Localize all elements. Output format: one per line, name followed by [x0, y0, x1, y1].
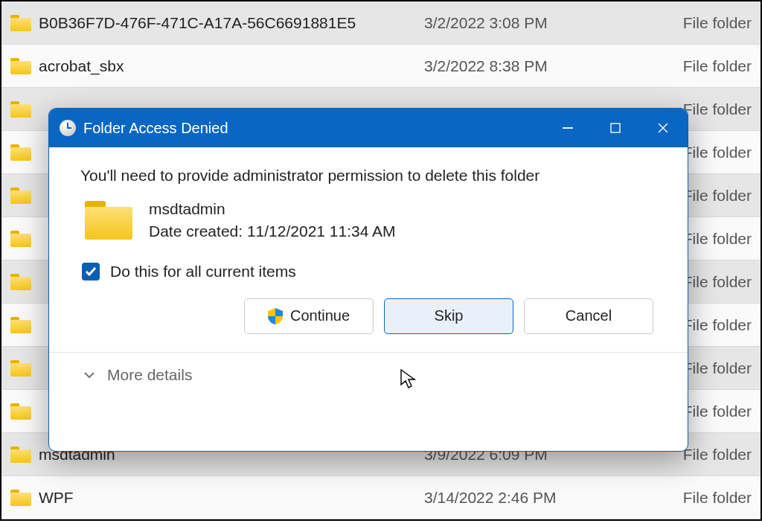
- table-row[interactable]: WPF3/14/2022 2:46 PMFile folder: [1, 476, 761, 519]
- folder-icon: [10, 446, 31, 463]
- folder-icon: [10, 144, 31, 161]
- table-row[interactable]: B0B36F7D-476F-471C-A17A-56C6691881E53/2/…: [1, 1, 761, 45]
- cancel-button[interactable]: Cancel: [524, 298, 653, 334]
- file-date: 3/2/2022 8:38 PM: [424, 57, 655, 75]
- chevron-down-icon: [83, 369, 95, 381]
- folder-icon: [10, 317, 31, 333]
- folder-icon: [10, 274, 31, 290]
- file-type: File folder: [655, 57, 752, 75]
- close-button[interactable]: [643, 109, 683, 147]
- folder-icon: [10, 15, 31, 31]
- target-item-name: msdtadmin: [149, 198, 396, 220]
- dialog-titlebar[interactable]: Folder Access Denied: [49, 109, 688, 147]
- skip-button[interactable]: Skip: [384, 298, 513, 334]
- svg-rect-1: [611, 124, 620, 132]
- more-details-toggle[interactable]: More details: [49, 353, 688, 384]
- folder-icon: [10, 403, 31, 420]
- folder-icon: [10, 231, 31, 247]
- svg-rect-0: [563, 127, 573, 129]
- folder-icon: [85, 201, 132, 240]
- clock-icon: [60, 120, 76, 136]
- maximize-button[interactable]: [595, 109, 635, 147]
- file-date: 3/14/2022 2:46 PM: [424, 489, 655, 507]
- apply-all-checkbox[interactable]: [82, 263, 100, 281]
- dialog-message: You'll need to provide administrator per…: [80, 167, 656, 185]
- folder-icon: [10, 188, 31, 204]
- folder-icon: [10, 490, 31, 506]
- dialog-title: Folder Access Denied: [83, 120, 540, 137]
- folder-icon: [10, 58, 31, 74]
- target-item: msdtadmin Date created: 11/12/2021 11:34…: [85, 198, 656, 243]
- file-name: B0B36F7D-476F-471C-A17A-56C6691881E5: [39, 14, 356, 32]
- file-name: WPF: [39, 489, 74, 507]
- continue-button[interactable]: Continue: [244, 298, 374, 334]
- uac-shield-icon: [268, 308, 283, 324]
- file-date: 3/2/2022 3:08 PM: [424, 14, 655, 32]
- table-row[interactable]: acrobat_sbx3/2/2022 8:38 PMFile folder: [1, 45, 761, 88]
- minimize-button[interactable]: [548, 109, 588, 147]
- file-name: acrobat_sbx: [39, 57, 124, 75]
- folder-icon: [10, 101, 31, 118]
- access-denied-dialog: Folder Access Denied You'll need to prov…: [48, 108, 688, 452]
- folder-icon: [10, 360, 31, 376]
- target-item-date: Date created: 11/12/2021 11:34 AM: [149, 220, 396, 243]
- apply-all-label: Do this for all current items: [110, 263, 296, 281]
- file-type: File folder: [655, 14, 752, 32]
- file-type: File folder: [655, 489, 752, 507]
